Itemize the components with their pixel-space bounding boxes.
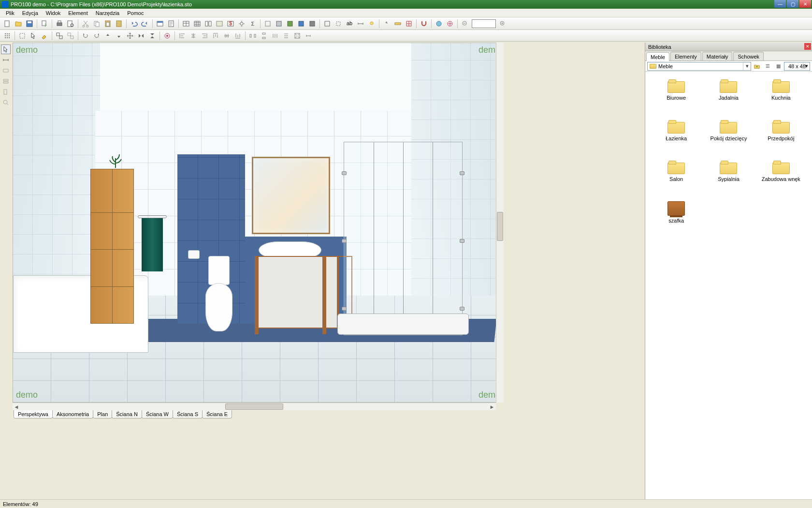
selection-icon[interactable] xyxy=(17,30,28,41)
library-item-szafka[interactable]: szafka xyxy=(650,198,702,237)
paste-icon[interactable] xyxy=(102,18,113,29)
select-tool-icon[interactable] xyxy=(1,45,11,54)
tab-perspektywa[interactable]: Perspektywa xyxy=(14,410,53,418)
grid-icon[interactable] xyxy=(192,18,203,29)
viewport-hscroll[interactable]: ◄ ► xyxy=(13,403,496,410)
light-icon[interactable] xyxy=(366,18,377,29)
menu-element[interactable]: Element xyxy=(64,9,91,17)
shaded-icon[interactable] xyxy=(307,18,318,29)
align-center-h-icon[interactable] xyxy=(188,30,199,41)
group-icon[interactable] xyxy=(54,30,65,41)
tab-sciana-w[interactable]: Ściana W xyxy=(142,410,173,418)
paste-special-icon[interactable] xyxy=(114,18,124,29)
tab-sciana-e[interactable]: Ściana E xyxy=(202,410,232,418)
globe1-icon[interactable] xyxy=(434,18,444,29)
library-item-kuchnia[interactable]: Kuchnia xyxy=(755,76,807,115)
chevron-down-icon[interactable]: ▾ xyxy=(743,62,751,70)
sum-icon[interactable]: Σ xyxy=(247,18,258,29)
cost-icon[interactable]: $ xyxy=(225,18,236,29)
tab-sciana-s[interactable]: Ściana S xyxy=(173,410,203,418)
tab-aksonometria[interactable]: Aksonometria xyxy=(52,410,93,418)
rect-tool-icon[interactable] xyxy=(1,66,11,75)
measure-tool-icon[interactable] xyxy=(1,55,11,65)
minimize-button[interactable]: — xyxy=(774,0,786,8)
dist-v-icon[interactable] xyxy=(259,30,269,41)
save-icon[interactable] xyxy=(24,18,35,29)
align-center-v-icon[interactable] xyxy=(221,30,232,41)
viewport-vscroll[interactable] xyxy=(496,43,504,403)
nav-icon[interactable] xyxy=(381,18,392,29)
magnet-icon[interactable] xyxy=(419,18,429,29)
solid-icon[interactable] xyxy=(274,18,284,29)
cut-icon[interactable] xyxy=(80,18,91,29)
menu-narzedzia[interactable]: Narzędzia xyxy=(92,9,124,17)
move-icon[interactable] xyxy=(125,30,135,41)
tab-meble[interactable]: Meble xyxy=(646,52,669,61)
maximize-button[interactable]: ▢ xyxy=(787,0,798,8)
table-icon[interactable] xyxy=(181,18,191,29)
door-tool-icon[interactable] xyxy=(1,87,11,97)
grid-snap-icon[interactable] xyxy=(404,18,414,29)
dims-icon[interactable] xyxy=(355,18,366,29)
dist-h2-icon[interactable] xyxy=(270,30,280,41)
icon-size-combo[interactable]: 48 x 48 ▾ xyxy=(784,62,810,71)
align-top-icon[interactable] xyxy=(210,30,221,41)
menu-widok[interactable]: Widok xyxy=(42,9,65,17)
ruler-icon[interactable] xyxy=(392,18,403,29)
wireframe-icon[interactable] xyxy=(262,18,273,29)
new-file-icon[interactable] xyxy=(2,18,13,29)
zoom-in-icon[interactable] xyxy=(497,18,508,29)
library-item-jadalnia[interactable]: Jadalnia xyxy=(702,76,754,115)
fit-icon[interactable] xyxy=(292,30,303,41)
library-item-biurowe[interactable]: Biurowe xyxy=(650,76,702,115)
undo-icon[interactable] xyxy=(129,18,139,29)
open-file-icon[interactable] xyxy=(13,18,24,29)
report-icon[interactable] xyxy=(166,18,176,29)
settings-icon[interactable] xyxy=(236,18,247,29)
list-view-icon[interactable]: ☰ xyxy=(763,61,772,71)
labels-icon[interactable]: ab xyxy=(344,18,355,29)
menu-pomoc[interactable]: Pomoc xyxy=(123,9,147,17)
print-icon[interactable] xyxy=(54,18,65,29)
layout-icon[interactable] xyxy=(214,18,225,29)
outlines-icon[interactable] xyxy=(333,18,344,29)
align-bottom-icon[interactable] xyxy=(232,30,243,41)
globe2-icon[interactable] xyxy=(445,18,455,29)
library-item-pokój-dziecięcy[interactable]: Pokój dziecięcy xyxy=(702,117,754,156)
library-item-zabudowa-wnęk[interactable]: Zabudowa wnęk xyxy=(755,158,807,196)
library-item-sypialnia[interactable]: Sypialnia xyxy=(702,158,754,196)
library-item-łazienka[interactable]: Łazienka xyxy=(650,117,702,156)
zoom-tool-icon[interactable] xyxy=(1,98,11,107)
target-icon[interactable] xyxy=(162,30,173,41)
menu-edycja[interactable]: Edycja xyxy=(18,9,42,17)
chevron-down-icon[interactable]: ▾ xyxy=(803,63,810,69)
tab-plan[interactable]: Plan xyxy=(93,410,112,418)
edges-icon[interactable] xyxy=(322,18,333,29)
scroll-right-icon[interactable]: ► xyxy=(488,403,496,411)
snap-grid-icon[interactable] xyxy=(2,30,13,41)
library-item-przedpokój[interactable]: Przedpokój xyxy=(755,117,807,156)
columns-icon[interactable] xyxy=(203,18,214,29)
import-icon[interactable] xyxy=(39,18,50,29)
rotate-down-icon[interactable] xyxy=(114,30,124,41)
ungroup-icon[interactable] xyxy=(65,30,76,41)
library-close-button[interactable]: ✕ xyxy=(804,43,811,50)
print-preview-icon[interactable] xyxy=(65,18,76,29)
library-path-combo[interactable]: Meble ▾ xyxy=(647,62,751,71)
redo-icon[interactable] xyxy=(140,18,150,29)
viewport-3d[interactable]: demo demo demo demo xyxy=(13,43,504,403)
dist-h-icon[interactable] xyxy=(247,30,258,41)
pointer-icon[interactable] xyxy=(28,30,39,41)
edit-node-icon[interactable] xyxy=(39,30,50,41)
tab-elementy[interactable]: Elementy xyxy=(670,52,701,60)
rotate-left-icon[interactable] xyxy=(80,30,91,41)
copy-icon[interactable] xyxy=(91,18,102,29)
rotate-right-icon[interactable] xyxy=(91,30,102,41)
dist-v2-icon[interactable] xyxy=(281,30,291,41)
zoom-out-icon[interactable] xyxy=(460,18,470,29)
texture-icon[interactable] xyxy=(296,18,306,29)
tab-materialy[interactable]: Materiały xyxy=(702,52,733,60)
stretch-icon[interactable] xyxy=(303,30,314,41)
library-item-salon[interactable]: Salon xyxy=(650,158,702,196)
align-left-icon[interactable] xyxy=(177,30,188,41)
